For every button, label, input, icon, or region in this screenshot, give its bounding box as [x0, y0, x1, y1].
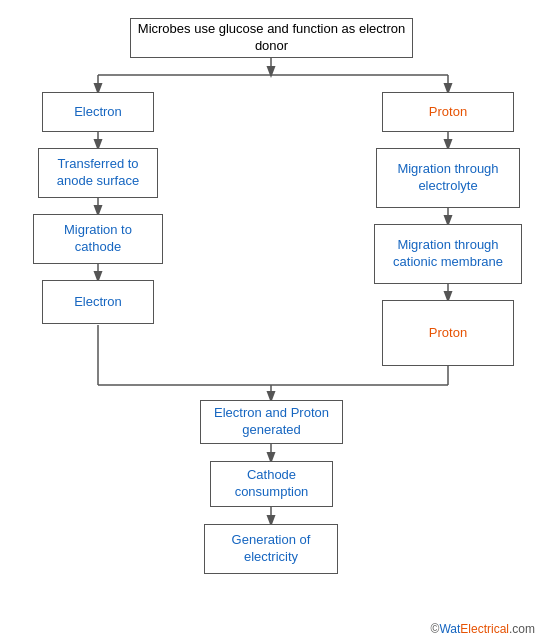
diagram: Microbes use glucose and function as ele…	[0, 0, 543, 644]
electron1-box: Electron	[42, 92, 154, 132]
watermark: ©WatElectrical.com	[431, 622, 535, 636]
migration-cathode-box: Migration to cathode	[33, 214, 163, 264]
electron2-box: Electron	[42, 280, 154, 324]
migration-cationic-box: Migration through cationic membrane	[374, 224, 522, 284]
watermark-com: .com	[509, 622, 535, 636]
top-box: Microbes use glucose and function as ele…	[130, 18, 413, 58]
watermark-wat: Wat	[439, 622, 460, 636]
transferred-box: Transferred to anode surface	[38, 148, 158, 198]
cathode-box: Cathode consumption	[210, 461, 333, 507]
generation-box: Generation of electricity	[204, 524, 338, 574]
electron-proton-box: Electron and Proton generated	[200, 400, 343, 444]
migration-electrolyte-box: Migration through electrolyte	[376, 148, 520, 208]
watermark-electrical: Electrical	[460, 622, 509, 636]
proton1-box: Proton	[382, 92, 514, 132]
proton2-box: Proton	[382, 300, 514, 366]
